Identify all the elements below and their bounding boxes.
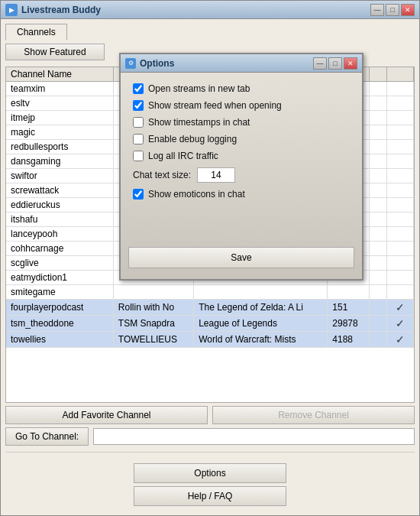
channel-col2: TSM Snapdra xyxy=(113,316,193,332)
channel-col2 xyxy=(113,285,193,300)
channel-col4: 4188 xyxy=(328,332,369,348)
options-dialog: ⚙ Options — □ ✕ Open streams in new tabS… xyxy=(119,53,363,281)
channel-name-cell: teamxim xyxy=(6,82,113,96)
channel-check: ✓ xyxy=(386,316,413,332)
channel-action-row: Add Favorite Channel Remove Channel xyxy=(5,406,415,424)
channel-col5 xyxy=(369,96,386,111)
tab-bar: Channels xyxy=(5,24,415,41)
channel-name-cell: fourplayerpodcast xyxy=(6,300,113,316)
options-title-bar: ⚙ Options — □ ✕ xyxy=(121,54,362,73)
go-to-channel-button[interactable]: Go To Channel: xyxy=(5,427,89,446)
check-icon: ✓ xyxy=(396,317,405,329)
show_timestamps-checkbox[interactable] xyxy=(133,117,144,128)
table-row[interactable]: smitegame xyxy=(6,285,414,300)
channel-col4: 151 xyxy=(328,300,369,316)
channel-check xyxy=(386,154,413,169)
channel-name-cell: esltv xyxy=(6,96,113,111)
channel-col5 xyxy=(369,125,386,140)
channel-name-cell: dansgaming xyxy=(6,154,113,169)
channel-col3 xyxy=(194,285,328,300)
go-to-channel-input[interactable] xyxy=(93,428,415,445)
channel-name-cell: lanceypooh xyxy=(6,227,113,242)
channel-check: ✓ xyxy=(386,300,413,316)
emoticons-checkbox[interactable] xyxy=(133,189,144,200)
channel-col5 xyxy=(369,82,386,96)
channel-col5 xyxy=(369,285,386,300)
channel-col5 xyxy=(369,256,386,271)
channel-col5 xyxy=(369,111,386,125)
channel-name-cell: cohhcarnage xyxy=(6,242,113,256)
channel-check xyxy=(386,96,413,111)
channel-col2: Rollin with No xyxy=(113,300,193,316)
chat-size-label: Chat text size: xyxy=(133,170,191,180)
channel-check xyxy=(386,198,413,213)
log_irc-label: Log all IRC traffic xyxy=(148,151,218,161)
main-maximize-btn[interactable]: □ xyxy=(386,4,399,16)
show_timestamps-label: Show timestamps in chat xyxy=(148,117,250,128)
channel-name-cell: tsm_theoddone xyxy=(6,316,113,332)
channel-col3: The Legend of Zelda: A Li xyxy=(194,300,328,316)
tab-channels[interactable]: Channels xyxy=(5,24,67,41)
channel-name-cell: towellies xyxy=(6,332,113,348)
channel-name-cell: smitegame xyxy=(6,285,113,300)
channel-name-cell: scglive xyxy=(6,256,113,271)
open_new_tab-checkbox[interactable] xyxy=(133,83,144,94)
help-faq-button[interactable]: Help / FAQ xyxy=(134,486,286,506)
chat-size-input[interactable] xyxy=(197,167,235,183)
table-row[interactable]: towelliesTOWELLIEUSWorld of Warcraft: Mi… xyxy=(6,332,414,348)
save-button[interactable]: Save xyxy=(128,247,354,268)
enable_debug-checkbox[interactable] xyxy=(133,134,144,144)
app-icon: ▶ xyxy=(5,4,18,16)
main-window: ▶ Livestream Buddy — □ ✕ Channels Show F… xyxy=(0,0,420,516)
open_new_tab-label: Open streams in new tab xyxy=(148,83,250,94)
options-close-btn[interactable]: ✕ xyxy=(344,57,357,70)
main-minimize-btn[interactable]: — xyxy=(370,4,384,16)
channel-name-cell: eatmydiction1 xyxy=(6,271,113,285)
main-title-buttons: — □ ✕ xyxy=(370,4,415,16)
show-featured-button[interactable]: Show Featured xyxy=(5,44,105,60)
channel-col5 xyxy=(369,213,386,227)
show_stream_feed-checkbox[interactable] xyxy=(133,100,144,111)
show_stream_feed-label: Show stream feed when opening xyxy=(148,100,282,111)
main-action-buttons: Options Help / FAQ xyxy=(5,459,415,511)
col-6 xyxy=(386,67,413,82)
channel-check xyxy=(386,183,413,198)
log_irc-checkbox[interactable] xyxy=(133,151,144,161)
chat-size-row: Chat text size: xyxy=(133,167,350,183)
check-icon: ✓ xyxy=(396,333,405,346)
channel-col5 xyxy=(369,316,386,332)
add-favorite-button[interactable]: Add Favorite Channel xyxy=(5,406,208,424)
main-close-btn[interactable]: ✕ xyxy=(401,4,415,16)
check-icon: ✓ xyxy=(396,301,405,313)
options-maximize-btn[interactable]: □ xyxy=(328,57,342,70)
channel-col4: 29878 xyxy=(328,316,369,332)
options-title-buttons: — □ ✕ xyxy=(313,57,357,70)
table-row[interactable]: tsm_theoddoneTSM SnapdraLeague of Legend… xyxy=(6,316,414,332)
table-row[interactable]: fourplayerpodcastRollin with NoThe Legen… xyxy=(6,300,414,316)
channel-name-cell: screwattack xyxy=(6,183,113,198)
options-title: Options xyxy=(140,58,313,69)
channel-name-cell: eddieruckus xyxy=(6,198,113,213)
go-to-channel-row: Go To Channel: xyxy=(5,427,415,446)
channel-col5 xyxy=(369,183,386,198)
channel-check: ✓ xyxy=(386,332,413,348)
options-checkbox-row: Log all IRC traffic xyxy=(133,151,350,161)
options-minimize-btn[interactable]: — xyxy=(313,57,327,70)
options-button[interactable]: Options xyxy=(134,463,286,483)
main-title: Livestream Buddy xyxy=(21,5,370,15)
channel-check xyxy=(386,111,413,125)
channel-col5 xyxy=(369,140,386,154)
channel-col5 xyxy=(369,300,386,316)
channel-check xyxy=(386,213,413,227)
dialog-spacer xyxy=(133,206,350,236)
options-checkbox-row: Enable debug logging xyxy=(133,134,350,144)
channel-check xyxy=(386,227,413,242)
channel-check xyxy=(386,140,413,154)
channel-name-cell: redbullesports xyxy=(6,140,113,154)
remove-channel-button[interactable]: Remove Channel xyxy=(212,406,415,424)
channel-col5 xyxy=(369,154,386,169)
channel-col5 xyxy=(369,271,386,285)
options-icon: ⚙ xyxy=(125,58,136,69)
options-checkbox-row: Show stream feed when opening xyxy=(133,100,350,111)
channel-check xyxy=(386,242,413,256)
